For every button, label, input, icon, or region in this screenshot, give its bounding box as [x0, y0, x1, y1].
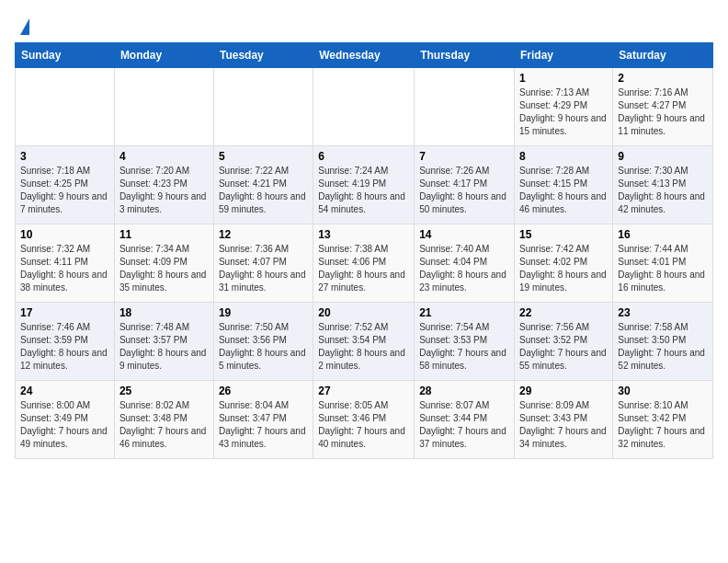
week-row-5: 24Sunrise: 8:00 AM Sunset: 3:49 PM Dayli… — [16, 381, 713, 459]
day-cell: 2Sunrise: 7:16 AM Sunset: 4:27 PM Daylig… — [613, 68, 713, 146]
day-cell: 24Sunrise: 8:00 AM Sunset: 3:49 PM Dayli… — [16, 381, 115, 459]
day-info: Sunrise: 8:09 AM Sunset: 3:43 PM Dayligh… — [519, 399, 608, 451]
day-number: 24 — [20, 385, 109, 397]
day-number: 8 — [519, 150, 608, 163]
day-number: 9 — [618, 150, 708, 163]
day-number: 16 — [618, 228, 708, 241]
day-number: 18 — [119, 306, 209, 319]
day-info: Sunrise: 7:46 AM Sunset: 3:59 PM Dayligh… — [20, 321, 109, 373]
header-cell-tuesday: Tuesday — [213, 43, 313, 68]
calendar-table: SundayMondayTuesdayWednesdayThursdayFrid… — [15, 42, 713, 459]
day-info: Sunrise: 7:38 AM Sunset: 4:06 PM Dayligh… — [318, 243, 409, 294]
day-cell: 25Sunrise: 8:02 AM Sunset: 3:48 PM Dayli… — [114, 381, 213, 459]
day-number: 26 — [219, 385, 308, 397]
day-number: 10 — [20, 228, 109, 241]
day-info: Sunrise: 7:44 AM Sunset: 4:01 PM Dayligh… — [618, 243, 708, 294]
day-cell: 23Sunrise: 7:58 AM Sunset: 3:50 PM Dayli… — [613, 303, 713, 381]
day-info: Sunrise: 8:05 AM Sunset: 3:46 PM Dayligh… — [318, 399, 409, 451]
day-info: Sunrise: 7:28 AM Sunset: 4:15 PM Dayligh… — [519, 165, 608, 216]
day-info: Sunrise: 7:20 AM Sunset: 4:23 PM Dayligh… — [119, 165, 209, 216]
day-number: 20 — [318, 306, 409, 319]
day-cell: 9Sunrise: 7:30 AM Sunset: 4:13 PM Daylig… — [613, 146, 713, 224]
day-cell: 19Sunrise: 7:50 AM Sunset: 3:56 PM Dayli… — [213, 303, 313, 381]
day-number: 30 — [618, 385, 708, 397]
day-number: 3 — [20, 150, 109, 163]
day-info: Sunrise: 7:40 AM Sunset: 4:04 PM Dayligh… — [419, 243, 509, 294]
day-cell: 22Sunrise: 7:56 AM Sunset: 3:52 PM Dayli… — [515, 303, 613, 381]
day-number: 22 — [519, 306, 608, 319]
day-info: Sunrise: 7:30 AM Sunset: 4:13 PM Dayligh… — [618, 165, 708, 216]
header-cell-friday: Friday — [515, 43, 613, 68]
day-info: Sunrise: 8:10 AM Sunset: 3:42 PM Dayligh… — [618, 399, 708, 451]
day-info: Sunrise: 7:52 AM Sunset: 3:54 PM Dayligh… — [318, 321, 409, 373]
day-cell: 16Sunrise: 7:44 AM Sunset: 4:01 PM Dayli… — [613, 224, 713, 303]
header-cell-thursday: Thursday — [415, 43, 515, 68]
day-number: 25 — [119, 385, 209, 397]
day-cell: 5Sunrise: 7:22 AM Sunset: 4:21 PM Daylig… — [213, 146, 313, 224]
day-number: 27 — [318, 385, 409, 397]
day-info: Sunrise: 7:22 AM Sunset: 4:21 PM Dayligh… — [219, 165, 308, 216]
day-cell: 4Sunrise: 7:20 AM Sunset: 4:23 PM Daylig… — [114, 146, 213, 224]
calendar-header-row: SundayMondayTuesdayWednesdayThursdayFrid… — [16, 43, 713, 68]
day-info: Sunrise: 7:13 AM Sunset: 4:29 PM Dayligh… — [519, 86, 608, 138]
day-cell — [313, 68, 415, 146]
day-cell — [114, 68, 213, 146]
week-row-3: 10Sunrise: 7:32 AM Sunset: 4:11 PM Dayli… — [16, 224, 713, 303]
day-number: 4 — [119, 150, 209, 163]
day-number: 6 — [318, 150, 409, 163]
day-info: Sunrise: 7:26 AM Sunset: 4:17 PM Dayligh… — [419, 165, 509, 216]
day-cell: 7Sunrise: 7:26 AM Sunset: 4:17 PM Daylig… — [415, 146, 515, 224]
day-cell: 20Sunrise: 7:52 AM Sunset: 3:54 PM Dayli… — [313, 303, 415, 381]
day-cell — [415, 68, 515, 146]
week-row-4: 17Sunrise: 7:46 AM Sunset: 3:59 PM Dayli… — [16, 303, 713, 381]
day-cell — [213, 68, 313, 146]
day-number: 11 — [119, 228, 209, 241]
day-number: 15 — [519, 228, 608, 241]
day-number: 21 — [419, 306, 509, 319]
day-cell: 27Sunrise: 8:05 AM Sunset: 3:46 PM Dayli… — [313, 381, 415, 459]
day-cell: 15Sunrise: 7:42 AM Sunset: 4:02 PM Dayli… — [515, 224, 613, 303]
day-info: Sunrise: 7:16 AM Sunset: 4:27 PM Dayligh… — [618, 86, 708, 138]
day-cell: 3Sunrise: 7:18 AM Sunset: 4:25 PM Daylig… — [16, 146, 115, 224]
header-cell-wednesday: Wednesday — [313, 43, 415, 68]
day-info: Sunrise: 7:48 AM Sunset: 3:57 PM Dayligh… — [119, 321, 209, 373]
day-cell: 14Sunrise: 7:40 AM Sunset: 4:04 PM Dayli… — [415, 224, 515, 303]
day-info: Sunrise: 8:04 AM Sunset: 3:47 PM Dayligh… — [219, 399, 308, 451]
day-info: Sunrise: 8:00 AM Sunset: 3:49 PM Dayligh… — [20, 399, 109, 451]
day-number: 17 — [20, 306, 109, 319]
day-info: Sunrise: 7:32 AM Sunset: 4:11 PM Dayligh… — [20, 243, 109, 294]
day-cell: 29Sunrise: 8:09 AM Sunset: 3:43 PM Dayli… — [515, 381, 613, 459]
day-cell: 6Sunrise: 7:24 AM Sunset: 4:19 PM Daylig… — [313, 146, 415, 224]
day-info: Sunrise: 7:58 AM Sunset: 3:50 PM Dayligh… — [618, 321, 708, 373]
day-number: 23 — [618, 306, 708, 319]
day-cell: 21Sunrise: 7:54 AM Sunset: 3:53 PM Dayli… — [415, 303, 515, 381]
day-number: 14 — [419, 228, 509, 241]
day-number: 1 — [519, 72, 608, 85]
header-cell-sunday: Sunday — [16, 43, 115, 68]
day-number: 19 — [219, 306, 308, 319]
day-cell: 12Sunrise: 7:36 AM Sunset: 4:07 PM Dayli… — [213, 224, 313, 303]
day-number: 7 — [419, 150, 509, 163]
day-info: Sunrise: 7:42 AM Sunset: 4:02 PM Dayligh… — [519, 243, 608, 294]
day-cell: 17Sunrise: 7:46 AM Sunset: 3:59 PM Dayli… — [16, 303, 115, 381]
day-number: 28 — [419, 385, 509, 397]
day-number: 2 — [618, 72, 708, 85]
day-info: Sunrise: 7:56 AM Sunset: 3:52 PM Dayligh… — [519, 321, 608, 373]
day-cell: 11Sunrise: 7:34 AM Sunset: 4:09 PM Dayli… — [114, 224, 213, 303]
day-cell: 13Sunrise: 7:38 AM Sunset: 4:06 PM Dayli… — [313, 224, 415, 303]
day-number: 29 — [519, 385, 608, 397]
page-header — [15, 15, 713, 35]
day-info: Sunrise: 7:24 AM Sunset: 4:19 PM Dayligh… — [318, 165, 409, 216]
day-number: 12 — [219, 228, 308, 241]
day-cell: 8Sunrise: 7:28 AM Sunset: 4:15 PM Daylig… — [515, 146, 613, 224]
week-row-1: 1Sunrise: 7:13 AM Sunset: 4:29 PM Daylig… — [16, 68, 713, 146]
day-info: Sunrise: 8:07 AM Sunset: 3:44 PM Dayligh… — [419, 399, 509, 451]
day-cell: 10Sunrise: 7:32 AM Sunset: 4:11 PM Dayli… — [16, 224, 115, 303]
day-number: 5 — [219, 150, 308, 163]
day-cell: 18Sunrise: 7:48 AM Sunset: 3:57 PM Dayli… — [114, 303, 213, 381]
day-cell: 28Sunrise: 8:07 AM Sunset: 3:44 PM Dayli… — [415, 381, 515, 459]
header-cell-saturday: Saturday — [613, 43, 713, 68]
logo-icon — [20, 18, 29, 35]
day-cell — [16, 68, 115, 146]
day-cell: 26Sunrise: 8:04 AM Sunset: 3:47 PM Dayli… — [213, 381, 313, 459]
